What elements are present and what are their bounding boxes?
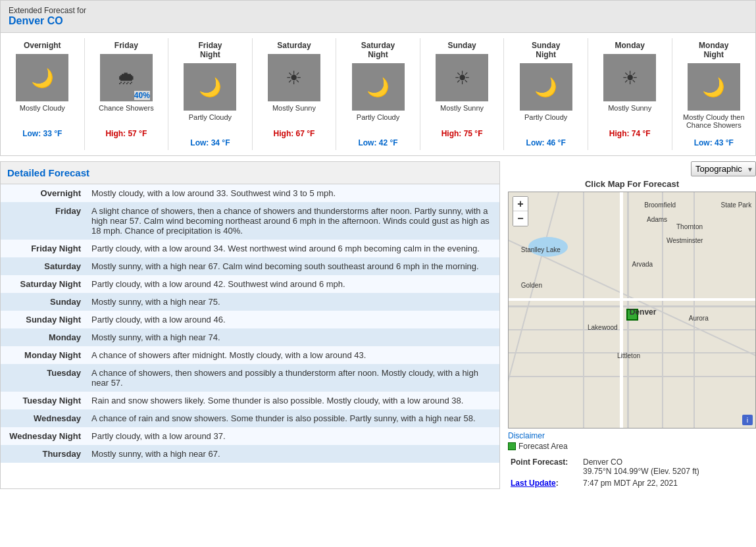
forecast-text: Partly cloudy, with a low around 34. Wes… (86, 240, 499, 257)
forecast-row: Wednesday A chance of rain and snow show… (1, 409, 499, 427)
highway-e-w (509, 298, 755, 301)
weather-image: 🌧 40% (100, 54, 153, 101)
temperature: Low: 43 °F (674, 138, 755, 147)
map-label: Golden (521, 282, 542, 289)
period-name: Friday Night (1, 240, 86, 257)
detailed-forecast-panel: Detailed Forecast Overnight Mostly cloud… (0, 161, 500, 489)
map-label: Thornton (676, 223, 703, 230)
day-name: Monday (590, 41, 670, 50)
forecast-text: Mostly sunny, with a high near 67. Calm … (86, 257, 499, 275)
day-name: Sunday (422, 41, 503, 50)
zoom-in-button[interactable]: + (513, 197, 528, 211)
weather-description: Chance Showers (86, 104, 167, 125)
map-label: Stanlley Lake (521, 246, 561, 253)
zoom-out-button[interactable]: − (513, 211, 528, 226)
weather-icon: ☀ (622, 67, 638, 89)
temperature: Low: 33 °F (2, 129, 83, 138)
weather-description: Partly Cloudy (170, 113, 251, 134)
day-name: FridayNight (170, 41, 251, 59)
road-horizontal-1 (509, 305, 755, 307)
weather-icon: ☀ (286, 67, 302, 89)
day-name: Saturday (254, 41, 335, 50)
header-label: Extended Forecast for (9, 6, 747, 15)
map-controls-row: StandardTopographicSatellite ▼ (508, 161, 756, 176)
map-type-select[interactable]: StandardTopographicSatellite (691, 161, 756, 176)
period-name: Sunday Night (1, 311, 86, 328)
forecast-day: Sunday ☀ Mostly Sunny High: 75 °F (420, 38, 505, 150)
forecast-row: Wednesday Night Partly cloudy, with a lo… (1, 427, 499, 445)
period-name: Friday (1, 202, 86, 240)
road-horizontal-4 (509, 376, 755, 377)
forecast-day: Saturday ☀ Mostly Sunny High: 67 °F (253, 38, 337, 150)
forecast-text: Mostly sunny, with a high near 67. (86, 445, 499, 463)
weather-icon: 🌙 (199, 76, 222, 98)
last-update-link[interactable]: Last Update (511, 479, 556, 488)
day-name: Overnight (2, 41, 83, 50)
point-forecast-location: Denver CO 39.75°N 104.99°W (Elev. 5207 f… (580, 456, 756, 477)
forecast-text: Partly cloudy, with a low around 37. (86, 427, 499, 445)
weather-icon: 🌧 (117, 67, 136, 89)
weather-description: Mostly Sunny (422, 104, 503, 125)
forecast-row: Overnight Mostly cloudy, with a low arou… (1, 184, 499, 202)
detailed-forecast-title: Detailed Forecast (1, 162, 499, 184)
weather-icon: 🌙 (31, 67, 54, 89)
map-label: State Park (721, 201, 752, 209)
forecast-row: Thursday Mostly sunny, with a high near … (1, 445, 499, 463)
weather-image: 🌙 (184, 63, 236, 111)
forecast-row: Monday Mostly sunny, with a high near 74… (1, 328, 499, 346)
temperature: High: 74 °F (590, 129, 670, 138)
map-label: Aurora (689, 315, 709, 322)
day-name: MondayNight (674, 41, 755, 59)
map-label: Adams (647, 216, 667, 223)
weather-description: Mostly Sunny (254, 104, 335, 125)
point-forecast-table: Point Forecast: Denver CO 39.75°N 104.99… (508, 456, 756, 489)
temperature: Low: 34 °F (170, 138, 251, 147)
highway-n-s (620, 192, 623, 428)
forecast-text: A chance of rain and snow showers. Some … (86, 409, 499, 427)
period-name: Wednesday (1, 409, 86, 427)
period-name: Saturday Night (1, 275, 86, 293)
road-vertical-2 (662, 192, 663, 428)
forecast-area-box (508, 442, 516, 450)
weather-image: 🌙 (352, 63, 405, 111)
forecast-text: A chance of showers after midnight. Most… (86, 346, 499, 364)
info-icon[interactable]: i (742, 415, 753, 425)
forecast-text: Mostly sunny, with a high near 74. (86, 328, 499, 346)
forecast-text: Mostly sunny, with a high near 75. (86, 293, 499, 311)
forecast-text: A slight chance of showers, then a chanc… (86, 202, 499, 240)
period-name: Thursday (1, 445, 86, 463)
period-name: Tuesday Night (1, 392, 86, 409)
point-forecast-row: Point Forecast: Denver CO 39.75°N 104.99… (508, 456, 756, 477)
map-type-select-wrapper[interactable]: StandardTopographicSatellite ▼ (691, 161, 756, 176)
zoom-controls: + − (513, 196, 528, 226)
forecast-day: Overnight 🌙 Mostly Cloudy Low: 33 °F (1, 38, 85, 150)
weather-description: Mostly Cloudy then Chance Showers (674, 113, 755, 134)
period-name: Overnight (1, 184, 86, 202)
forecast-row: Sunday Night Partly cloudy, with a low a… (1, 311, 499, 328)
period-name: Wednesday Night (1, 427, 86, 445)
forecast-area-label: Forecast Area (518, 442, 568, 451)
weather-description: Mostly Cloudy (2, 104, 83, 125)
map-label: Broomfield (644, 201, 676, 209)
map-container[interactable]: BroomfieldAdamsThorntonWestminsterArvada… (508, 192, 756, 429)
city-name: Denver CO (9, 15, 747, 27)
weather-icon: 🌙 (534, 76, 557, 98)
forecast-row: Friday Night Partly cloudy, with a low a… (1, 240, 499, 257)
day-name: SaturdayNight (338, 41, 418, 59)
disclaimer-link[interactable]: Disclaimer (508, 431, 545, 440)
temperature: Low: 46 °F (505, 138, 586, 147)
forecast-day: Monday ☀ Mostly Sunny High: 74 °F (588, 38, 672, 150)
forecast-row: Tuesday Night Rain and snow showers like… (1, 392, 499, 409)
weather-image: ☀ (603, 54, 656, 101)
temperature: High: 57 °F (86, 129, 167, 138)
map-label: Lakewood (588, 324, 618, 331)
map-label: Littleton (617, 352, 640, 359)
weather-description: Partly Cloudy (505, 113, 586, 134)
period-name: Tuesday (1, 364, 86, 392)
forecast-row: Monday Night A chance of showers after m… (1, 346, 499, 364)
forecast-text: Rain and snow showers likely. Some thund… (86, 392, 499, 409)
forecast-day: FridayNight 🌙 Partly Cloudy Low: 34 °F (168, 38, 253, 150)
extended-forecast-header: Extended Forecast for Denver CO (0, 0, 756, 33)
forecast-day: Friday 🌧 40% Chance Showers High: 57 °F (85, 38, 169, 150)
last-update-label: Last Update: (508, 477, 580, 489)
